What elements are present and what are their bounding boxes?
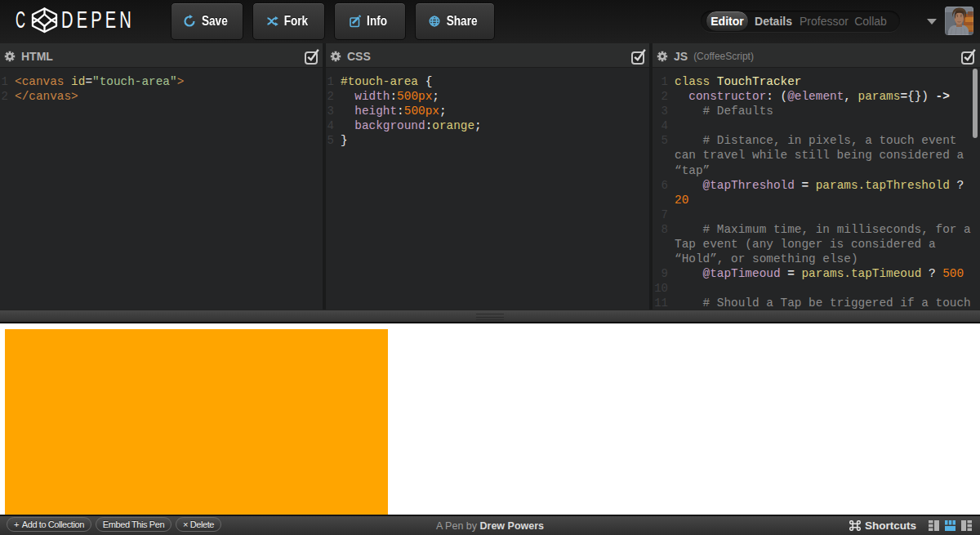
svg-text:DEPEN: DEPEN: [61, 7, 135, 33]
svg-text:C: C: [16, 7, 25, 33]
